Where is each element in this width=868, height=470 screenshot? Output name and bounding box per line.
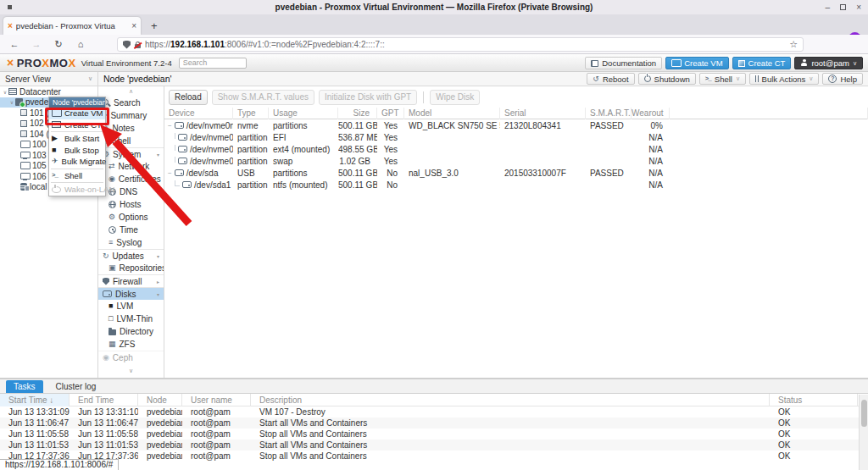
nav-item-search[interactable]: Search [98, 97, 164, 109]
nav-item-updates[interactable]: ↻Updates▾ [98, 249, 164, 262]
nav-item-time[interactable]: Time [98, 224, 164, 236]
nav-item-zfs[interactable]: ▦ZFS [98, 338, 164, 351]
nav-item-system[interactable]: ⚙System▾ [98, 147, 164, 160]
url-input[interactable]: https://192.168.1.101:8006/#v1:0:=node%2… [117, 37, 804, 52]
menu-item-bulk-start[interactable]: ▶Bulk Start [49, 133, 105, 145]
close-window-button[interactable]: × [856, 3, 861, 12]
tab-close-icon[interactable]: × [131, 21, 136, 30]
table-row[interactable]: /dev/nvme0n... partitionext4 (mounted) 4… [164, 143, 868, 155]
column-header-start-time[interactable]: Start Time ↓ [0, 394, 70, 406]
nav-item-notes[interactable]: ✎Notes [98, 122, 164, 135]
reboot-button[interactable]: ↺Reboot [587, 73, 634, 85]
column-header-serial[interactable]: Serial [500, 108, 586, 119]
tree-item-datacenter[interactable]: ∨Datacenter [0, 86, 97, 97]
table-row[interactable]: /dev/nvme0n... partitionswap 1.02 GBYes … [164, 155, 868, 167]
reload-button[interactable]: ↻ [47, 39, 70, 50]
shutdown-button[interactable]: Shutdown [638, 73, 696, 85]
menu-item-create-ct[interactable]: Create CT [49, 119, 105, 131]
column-header-wearout[interactable]: Wearout [632, 108, 670, 119]
nav-item-certificates[interactable]: ◉Certificates [98, 173, 164, 185]
reload-disks-button[interactable]: Reload [169, 90, 208, 105]
nav-item-firewall[interactable]: Firewall▸ [98, 274, 164, 287]
column-header-smart[interactable]: S.M.A.R.T. [586, 108, 632, 119]
tab-bar: × pvedebian - Proxmox Virtua × + [0, 14, 868, 35]
table-row[interactable]: /dev/nvme0n... partitionEFI 536.87 MBYes… [164, 131, 868, 143]
documentation-button[interactable]: Documentation [585, 57, 662, 69]
new-tab-button[interactable]: + [151, 19, 158, 32]
nav-item-shell[interactable]: >_Shell [98, 135, 164, 147]
nav-item-network[interactable]: ⇄Network [98, 160, 164, 173]
chevron-expanded-icon: ▾ [157, 152, 159, 158]
disk-icon [175, 169, 184, 176]
table-row[interactable]: /dev/sda1 partitionntfs (mounted) 500.11… [164, 179, 868, 191]
minimize-button[interactable]: – [826, 3, 831, 12]
expander-icon[interactable]: − [168, 122, 172, 130]
menu-item-bulk-migrate[interactable]: ✈Bulk Migrate [49, 156, 105, 168]
monitor-icon [52, 109, 61, 117]
browser-tab[interactable]: × pvedebian - Proxmox Virtua × [3, 17, 141, 35]
column-header-device[interactable]: Device [164, 108, 233, 119]
back-button[interactable]: ← [3, 39, 25, 49]
nav-item-syslog[interactable]: ≡Syslog [98, 236, 164, 249]
shell-button[interactable]: >_Shell∨ [699, 73, 746, 85]
column-header-type[interactable]: Type [233, 108, 269, 119]
disks-content: Reload Show S.M.A.R.T. values Initialize… [164, 86, 868, 378]
bookmark-star-icon[interactable]: ☆ [789, 39, 798, 50]
user-menu-button[interactable]: root@pam∨ [794, 57, 863, 69]
nav-scroll-up-icon[interactable]: ∧ [98, 86, 164, 97]
chevron-expanded-icon: ▾ [157, 253, 159, 259]
create-vm-button[interactable]: Create VM [665, 57, 728, 69]
scrollbar-thumb[interactable] [861, 400, 867, 427]
column-header-size[interactable]: Size [338, 108, 377, 119]
help-button[interactable]: Help [822, 73, 863, 85]
tab-cluster-log[interactable]: Cluster log [48, 380, 104, 393]
insecure-lock-icon[interactable] [135, 44, 141, 48]
init-gpt-button[interactable]: Initialize Disk with GPT [319, 90, 417, 105]
tab-tasks[interactable]: Tasks [6, 380, 43, 393]
task-row[interactable]: Jun 13 13:31:09Jun 13 13:31:10 pvedebian… [0, 406, 868, 417]
column-header-description[interactable]: Description [251, 394, 770, 406]
task-row[interactable]: Jun 12 17:37:36Jun 12 17:37:36 pvedebian… [0, 451, 868, 462]
nav-item-repositories[interactable]: ▣Repositories [98, 262, 164, 274]
menu-item-wake-on-lan[interactable]: Wake-on-LAN [49, 184, 105, 196]
tab-title: pvedebian - Proxmox Virtua [16, 21, 128, 30]
nav-item-hosts[interactable]: Hosts [98, 198, 164, 211]
nav-item-summary[interactable]: ◔Summary [98, 109, 164, 122]
tasks-scrollbar[interactable] [859, 395, 868, 470]
column-header-status[interactable]: Status [770, 394, 858, 406]
column-header-usage[interactable]: Usage [269, 108, 338, 119]
menu-separator [51, 169, 103, 169]
nav-item-options[interactable]: ⚙Options [98, 211, 164, 224]
table-row[interactable]: −/dev/sda USBpartitions 500.11 GBNo nal_… [164, 167, 868, 179]
show-smart-button[interactable]: Show S.M.A.R.T. values [212, 90, 314, 105]
forward-button[interactable]: → [25, 39, 47, 49]
task-row[interactable]: Jun 13 11:05:58Jun 13 11:05:58 pvedebian… [0, 429, 868, 440]
nav-item-ceph[interactable]: ◉Ceph [98, 351, 164, 363]
task-row[interactable]: Jun 13 11:01:53Jun 13 11:01:53 pvedebian… [0, 440, 868, 451]
menu-item-create-vm[interactable]: Create VM [49, 108, 105, 119]
server-view-select[interactable]: Server View ∨ [0, 72, 98, 86]
home-button[interactable]: ⌂ [70, 39, 92, 49]
menu-item-shell[interactable]: >_Shell [49, 170, 105, 182]
column-header-node[interactable]: Node [138, 394, 182, 406]
tasks-table: Start Time ↓ End Time Node User name Des… [0, 394, 868, 462]
nav-item-directory[interactable]: Directory [98, 325, 164, 338]
maximize-button[interactable] [840, 4, 846, 10]
create-ct-button[interactable]: Create CT [732, 57, 792, 69]
column-header-model[interactable]: Model [404, 108, 500, 119]
column-header-end-time[interactable]: End Time [70, 394, 138, 406]
tracking-protection-shield-icon[interactable] [123, 41, 131, 49]
task-row[interactable]: Jun 13 11:06:47Jun 13 11:06:47 pvedebian… [0, 417, 868, 429]
column-header-gpt[interactable]: GPT [377, 108, 404, 119]
menu-item-bulk-stop[interactable]: ■Bulk Stop [49, 145, 105, 157]
nav-item-lvm[interactable]: ■LVM [98, 300, 164, 312]
nav-item-lvm-thin[interactable]: □LVM-Thin [98, 312, 164, 325]
nav-scroll-down-icon[interactable]: ∨ [98, 366, 164, 376]
column-header-user-name[interactable]: User name [182, 394, 251, 406]
expander-icon[interactable]: − [168, 169, 172, 177]
bulk-actions-button[interactable]: Bulk Actions∨ [749, 73, 819, 85]
global-search-input[interactable] [179, 58, 247, 69]
table-row[interactable]: −/dev/nvme0n1 nvmepartitions 500.11 GBYe… [164, 119, 868, 131]
nav-item-disks[interactable]: Disks▾ [98, 287, 164, 300]
wipe-disk-button[interactable]: Wipe Disk [430, 90, 480, 105]
